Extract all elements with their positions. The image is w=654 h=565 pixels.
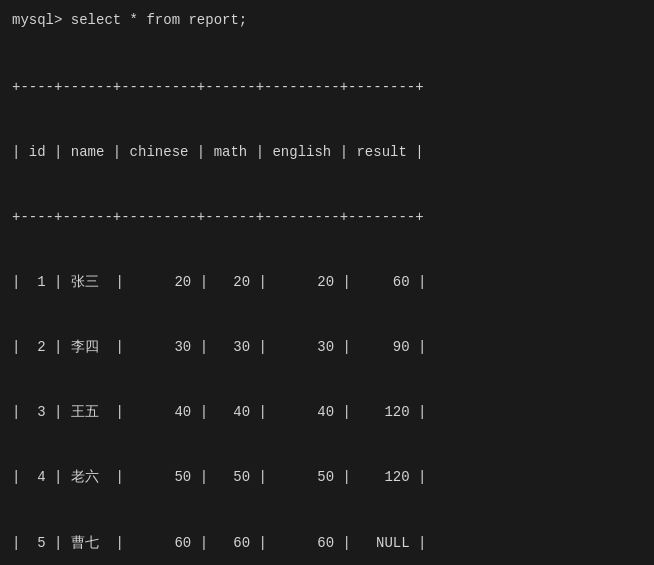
query1-sep1: +----+------+---------+------+---------+… xyxy=(12,77,642,99)
query1-row-2: | 2 | 李四 | 30 | 30 | 30 | 90 | xyxy=(12,337,642,359)
query1-sep2: +----+------+---------+------+---------+… xyxy=(12,207,642,229)
query1-row-4: | 4 | 老六 | 50 | 50 | 50 | 120 | xyxy=(12,467,642,489)
query1-row-5: | 5 | 曹七 | 60 | 60 | 60 | NULL | xyxy=(12,533,642,555)
query1-table: +----+------+---------+------+---------+… xyxy=(12,34,642,565)
terminal: mysql> select * from report; +----+-----… xyxy=(12,10,642,565)
query1-prompt: mysql> select * from report; xyxy=(12,10,642,32)
query1-header: | id | name | chinese | math | english |… xyxy=(12,142,642,164)
query1-row-1: | 1 | 张三 | 20 | 20 | 20 | 60 | xyxy=(12,272,642,294)
query1-row-3: | 3 | 王五 | 40 | 40 | 40 | 120 | xyxy=(12,402,642,424)
